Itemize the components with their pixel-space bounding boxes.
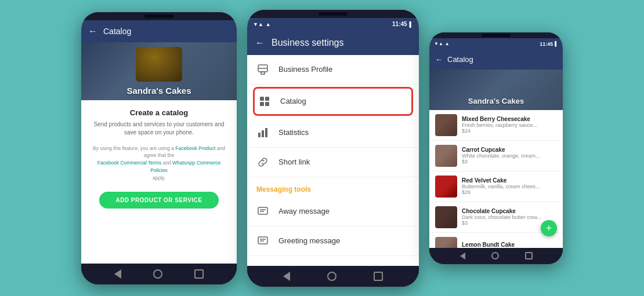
statistics-label: Statistics [278,128,309,137]
catalog-icon [258,95,271,108]
product-list-item[interactable]: Lemon Bundt CakeWhite pound cake with le… [429,233,563,248]
cake-image [136,47,182,82]
p3-wifi-icon: ▲ [445,41,450,46]
product-list-item[interactable]: Carrot CupcakeWhite chocolate, orange, c… [429,141,563,171]
away-message-label: Away message [278,207,330,215]
p3-catalog-title: Catalog [447,55,473,64]
product-name: Red Velvet Cake [462,177,557,184]
p3-back-nav-button[interactable] [460,253,465,260]
menu-item-statistics[interactable]: Statistics [247,118,419,148]
phone-1-topbar: ← Catalog [81,20,237,42]
facebook-terms-link[interactable]: Facebook Commercial Terms [97,160,161,166]
phone-3: ▼▲ ▲ 11:45 ▌ ← Catalog Sandra's Cakes Mi… [429,32,563,264]
back-arrow-icon[interactable]: ← [88,26,97,36]
messaging-tools-header: Messaging tools [247,177,419,197]
create-catalog-title: Create a catalog [130,108,188,117]
phone-3-screen: ▼▲ ▲ 11:45 ▌ ← Catalog Sandra's Cakes Mi… [429,38,563,248]
whatsapp-policy-link[interactable]: WhatsApp Commerce Policies [150,160,220,173]
product-info: Lemon Bundt CakeWhite pound cake with le… [462,242,557,248]
product-description: White chocolate, orange, cream... [462,153,557,159]
svg-rect-5 [260,102,264,106]
wifi-icon: ▲ [266,21,271,27]
legal-text: By using this feature, you are using a F… [91,145,227,182]
svg-rect-8 [262,130,264,137]
menu-item-short-link[interactable]: Short link [247,148,419,177]
phone-1-title: Catalog [103,27,131,36]
business-profile-icon [256,63,269,76]
p3-home-nav-button[interactable] [491,252,499,260]
product-description: Buttermilk, vanilla, cream chees... [462,184,557,189]
add-product-fab[interactable]: + [541,220,557,236]
product-price: $24 [462,128,557,134]
product-info: Red Velvet CakeButtermilk, vanilla, crea… [462,177,557,195]
phone-2-screen: ▼▲ ▲ 11:45 ▌ ← Business settings Busines… [247,18,419,266]
product-name: Chocolate Cupcake [462,208,557,214]
svg-rect-6 [265,102,269,106]
business-settings-menu: Business Profile Catalog [247,55,419,266]
p3-status-bar: ▼▲ ▲ 11:45 ▌ [429,38,563,50]
product-thumbnail [435,206,457,228]
product-description: Dark coco, chocolate butter crea... [462,214,557,220]
quick-replies-icon [256,264,269,266]
catalog-label: Catalog [280,97,306,105]
business-name: Sandra's Cakes [126,86,191,96]
product-name: Mixed Berry Cheesecake [462,116,557,122]
product-list-item[interactable]: Mixed Berry CheesecakeFresh berries, ras… [429,110,563,141]
phone-1: ← Catalog Sandra's Cakes Create a catalo… [81,12,237,284]
phone-2-topbar: ← Business settings [247,31,419,55]
product-name: Carrot Cupcake [462,147,557,153]
phone-1-content: Create a catalog Send products and servi… [81,100,237,264]
phone-2: ▼▲ ▲ 11:45 ▌ ← Business settings Busines… [247,10,419,287]
product-info: Carrot CupcakeWhite chocolate, orange, c… [462,147,557,165]
away-message-icon [256,205,269,218]
svg-rect-7 [258,133,261,137]
product-info: Mixed Berry CheesecakeFresh berries, ras… [462,116,557,134]
back-nav-button[interactable] [114,269,121,279]
svg-rect-3 [260,97,264,101]
svg-rect-9 [265,128,267,137]
product-name: Lemon Bundt Cake [462,242,557,248]
greeting-message-icon [256,235,269,247]
back-nav-button[interactable] [283,272,290,281]
battery-icon: ▌ [410,21,413,27]
p3-hero: Sandra's Cakes [429,70,563,110]
add-product-button[interactable]: ADD PRODUCT OR SERVICE [99,192,218,209]
short-link-label: Short link [278,158,310,166]
home-nav-button[interactable] [153,269,162,279]
recents-nav-button[interactable] [194,269,204,279]
phone-3-notch [429,32,563,38]
p3-back-arrow-icon[interactable]: ← [435,55,443,64]
status-bar: ▼▲ ▲ 11:45 ▌ [247,18,419,31]
recents-nav-button[interactable] [374,272,383,281]
product-price: $3 [462,159,557,165]
menu-item-catalog[interactable]: Catalog [253,87,413,116]
p3-recents-nav-button[interactable] [525,252,533,260]
phone-2-notch [247,10,419,18]
svg-rect-2 [261,72,265,74]
phone-3-topbar: ← Catalog [429,50,563,70]
phone-2-bottom-bar [247,266,419,287]
p3-battery-icon: ▌ [555,41,558,46]
svg-rect-13 [258,237,267,244]
p3-status-time: 11:45 [540,41,553,47]
menu-item-greeting-message[interactable]: Greeting message [247,226,419,256]
product-thumbnail [435,145,457,167]
statistics-icon [256,126,269,139]
menu-item-away-message[interactable]: Away message [247,197,419,226]
menu-item-quick-replies[interactable]: Quick replies [247,256,419,266]
p3-business-name: Sandra's Cakes [468,97,524,110]
facebook-product-link[interactable]: Facebook Product [175,145,215,151]
menu-item-business-profile[interactable]: Business Profile [247,55,419,85]
home-nav-button[interactable] [327,272,337,281]
product-list-item[interactable]: Red Velvet CakeButtermilk, vanilla, crea… [429,171,563,202]
product-thumbnail [435,237,457,248]
product-thumbnail [435,176,457,198]
svg-rect-4 [265,97,269,101]
phone-1-bottom-bar [81,264,237,284]
p3-signal-icon: ▼▲ [434,41,443,46]
back-arrow-icon[interactable]: ← [255,38,265,48]
create-catalog-desc: Send products and services to your custo… [91,120,227,137]
product-price: $26 [462,189,557,195]
phone-1-hero: Sandra's Cakes [81,42,237,100]
screenshots-container: ← Catalog Sandra's Cakes Create a catalo… [0,0,644,296]
